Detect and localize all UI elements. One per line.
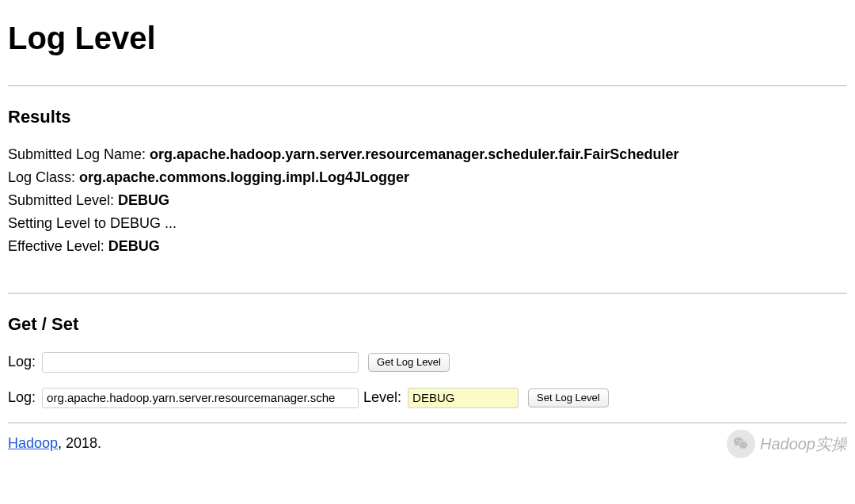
getset-heading: Get / Set bbox=[8, 311, 847, 337]
get-form-row: Log: Get Log Level bbox=[8, 351, 847, 373]
divider-middle bbox=[8, 293, 847, 294]
effective-level-line: Effective Level: DEBUG bbox=[8, 236, 847, 257]
submitted-log-name-value: org.apache.hadoop.yarn.server.resourcema… bbox=[150, 146, 678, 162]
set-level-label: Level: bbox=[363, 387, 401, 408]
divider-bottom bbox=[8, 423, 847, 423]
submitted-level-label: Submitted Level: bbox=[8, 192, 118, 208]
get-log-input[interactable] bbox=[42, 352, 359, 373]
submitted-log-name-label: Submitted Log Name: bbox=[8, 146, 150, 162]
log-class-line: Log Class: org.apache.commons.logging.im… bbox=[8, 167, 847, 188]
get-log-label: Log: bbox=[8, 351, 36, 373]
submitted-level-line: Submitted Level: DEBUG bbox=[8, 190, 847, 211]
divider-top bbox=[8, 85, 847, 86]
submitted-level-value: DEBUG bbox=[118, 192, 169, 208]
log-class-label: Log Class: bbox=[8, 169, 79, 185]
set-level-input[interactable] bbox=[408, 388, 519, 408]
results-heading: Results bbox=[8, 104, 847, 130]
effective-level-value: DEBUG bbox=[108, 238, 160, 254]
effective-level-label: Effective Level: bbox=[8, 238, 108, 254]
set-log-input[interactable] bbox=[42, 388, 359, 408]
hadoop-link[interactable]: Hadoop bbox=[8, 435, 58, 451]
submitted-log-name-line: Submitted Log Name: org.apache.hadoop.ya… bbox=[8, 144, 847, 165]
log-class-value: org.apache.commons.logging.impl.Log4JLog… bbox=[79, 169, 409, 185]
set-log-label: Log: bbox=[8, 387, 36, 408]
set-form-row: Log: Level: Set Log Level bbox=[8, 387, 847, 408]
page-title: Log Level bbox=[8, 14, 847, 62]
set-log-level-button[interactable]: Set Log Level bbox=[528, 388, 609, 407]
footer: Hadoop, 2018. bbox=[8, 433, 847, 454]
setting-level-line: Setting Level to DEBUG ... bbox=[8, 213, 847, 234]
footer-year: , 2018. bbox=[58, 435, 101, 451]
get-log-level-button[interactable]: Get Log Level bbox=[368, 353, 450, 372]
